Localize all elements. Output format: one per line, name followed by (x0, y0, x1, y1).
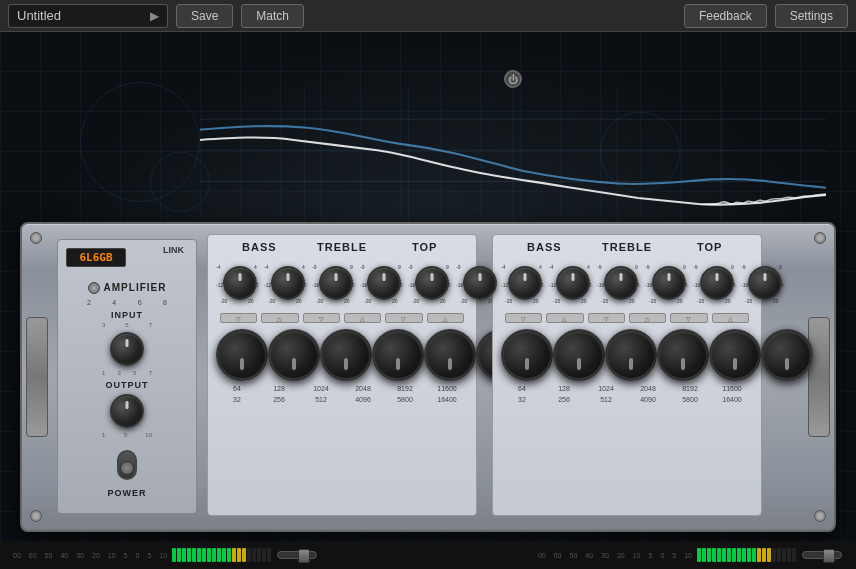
eq-left-large-knob-3[interactable] (320, 329, 372, 381)
rack-screw-tl (30, 232, 42, 244)
settings-button[interactable]: Settings (775, 4, 848, 28)
eq-right-knob-3[interactable] (604, 266, 638, 300)
power-toggle-switch[interactable] (117, 450, 137, 480)
spectrum-area: ⏻ (200, 68, 826, 223)
vu-bar (742, 548, 746, 562)
svg-text:20: 20 (629, 298, 635, 304)
eq-right-large-knob-6[interactable] (761, 329, 813, 381)
eq-right-knob-4[interactable] (652, 266, 686, 300)
eq-r-indicator-5[interactable]: ▽ (670, 313, 707, 323)
output-knob[interactable] (110, 394, 144, 428)
topbar: Untitled ▶ Save Match Feedback Settings (0, 0, 856, 32)
eq-left-knob-1[interactable] (223, 266, 257, 300)
eq-right-knob-6[interactable] (748, 266, 782, 300)
eq-right-freq-5: 8192 (669, 385, 711, 392)
vu-bar (737, 548, 741, 562)
eq-right-freq-row1: 64 128 1024 2048 8192 11600 (493, 383, 761, 394)
eq-right-freq-6: 11600 (711, 385, 753, 392)
eq-right-small-knobs: -4 4 -12 12 -20 20 -4 4 (493, 255, 761, 311)
svg-text:4: 4 (302, 264, 305, 270)
vu-left-label-60: 60 (29, 552, 37, 559)
eq-left-top-label: TOP (383, 241, 466, 253)
eq-left-knob-4-wrap: -9 9 -16 16 -20 20 (360, 259, 408, 307)
eq-indicator-1[interactable]: ▽ (220, 313, 257, 323)
eq-panel-left: BASS TREBLE TOP -4 4 -12 12 -20 20 (207, 234, 477, 516)
vu-right-slider[interactable] (802, 551, 842, 559)
eq-r-indicator-1[interactable]: ▽ (505, 313, 542, 323)
vu-bar (192, 548, 196, 562)
eq-left-large-knob-4[interactable] (372, 329, 424, 381)
eq-right-knob-2[interactable] (556, 266, 590, 300)
eq-left-freq-r2-3: 512 (300, 396, 342, 403)
vu-bar (732, 548, 736, 562)
eq-left-knob-2[interactable] (271, 266, 305, 300)
eq-right-knob-4-wrap: -9 9 -16 16 -20 20 (645, 259, 693, 307)
vu-bar (197, 548, 201, 562)
eq-right-large-knob-3-wrap (605, 329, 657, 381)
eq-left-knob-6[interactable] (463, 266, 497, 300)
eq-left-large-knob-5[interactable] (424, 329, 476, 381)
vu-right-label-30: 30 (601, 552, 609, 559)
svg-text:9: 9 (350, 264, 353, 270)
save-button[interactable]: Save (176, 4, 233, 28)
vu-right-slider-thumb (823, 549, 835, 563)
vu-bar (242, 548, 246, 562)
svg-text:-9: -9 (741, 264, 746, 270)
vu-left-slider[interactable] (277, 551, 317, 559)
vu-bar (772, 548, 776, 562)
rack-unit: 6L6GB LINK AMPLIFIER 2 4 6 8 INPUT (20, 222, 836, 532)
eq-left-knob-3[interactable] (319, 266, 353, 300)
vu-left-label-0: 0 (135, 552, 139, 559)
eq-right-knob-1[interactable] (508, 266, 542, 300)
eq-left-large-knob-1[interactable] (216, 329, 268, 381)
eq-indicator-5[interactable]: ▽ (385, 313, 422, 323)
svg-text:20: 20 (725, 298, 731, 304)
vu-left-label-5: 5 (124, 552, 128, 559)
feedback-button[interactable]: Feedback (684, 4, 767, 28)
match-button[interactable]: Match (241, 4, 304, 28)
preset-selector[interactable]: Untitled ▶ (8, 4, 168, 28)
main-area: ⏻ (0, 32, 856, 569)
svg-text:-9: -9 (693, 264, 698, 270)
eq-right-large-knob-4[interactable] (657, 329, 709, 381)
eq-left-freq-3: 1024 (300, 385, 342, 392)
eq-indicator-4[interactable]: △ (344, 313, 381, 323)
eq-left-indicators: ▽ △ ▽ △ ▽ △ (208, 311, 476, 325)
vu-left-label-00: 00 (13, 552, 21, 559)
eq-left-freq-4: 2048 (342, 385, 384, 392)
eq-right-large-knob-1[interactable] (501, 329, 553, 381)
eq-r-indicator-6[interactable]: △ (712, 313, 749, 323)
vu-bar (207, 548, 211, 562)
eq-right-large-knob-2[interactable] (553, 329, 605, 381)
svg-text:20: 20 (773, 298, 779, 304)
eq-right-large-knob-5[interactable] (709, 329, 761, 381)
svg-text:-20: -20 (460, 298, 467, 304)
eq-left-knob-5[interactable] (415, 266, 449, 300)
eq-left-large-knob-2[interactable] (268, 329, 320, 381)
input-knob[interactable] (110, 332, 144, 366)
eq-indicator-2[interactable]: △ (261, 313, 298, 323)
eq-right-large-knob-3[interactable] (605, 329, 657, 381)
eq-panel-right: BASS TREBLE TOP -4 4 -12 12 -20 20 (492, 234, 762, 516)
eq-left-knob-4[interactable] (367, 266, 401, 300)
eq-indicator-3[interactable]: ▽ (303, 313, 340, 323)
eq-right-knob-3-wrap: -9 9 -16 16 -20 20 (597, 259, 645, 307)
eq-right-knob-5[interactable] (700, 266, 734, 300)
vu-left-label-30: 30 (76, 552, 84, 559)
eq-indicator-6[interactable]: △ (427, 313, 464, 323)
eq-right-large-knob-1-wrap (501, 329, 553, 381)
eq-r-indicator-2[interactable]: △ (546, 313, 583, 323)
amp-scale-8: 8 (163, 299, 167, 306)
eq-r-indicator-3[interactable]: ▽ (588, 313, 625, 323)
eq-r-indicator-4[interactable]: △ (629, 313, 666, 323)
power-button[interactable]: ⏻ (504, 70, 522, 88)
vu-bar (212, 548, 216, 562)
svg-text:-20: -20 (649, 298, 656, 304)
eq-left-freq-r2-2: 256 (258, 396, 300, 403)
svg-text:20: 20 (581, 298, 587, 304)
eq-left-bass-label: BASS (218, 241, 301, 253)
vu-meter-right: 00 60 50 40 30 20 10 5 0 5 10 (535, 548, 846, 562)
vu-right-label-10: 10 (633, 552, 641, 559)
eq-right-freq-2: 128 (543, 385, 585, 392)
eq-right-large-knobs (493, 325, 761, 383)
